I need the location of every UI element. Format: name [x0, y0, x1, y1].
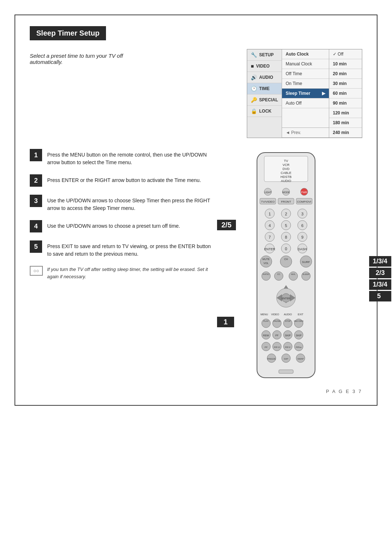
- menu-prev[interactable]: ◄ Prev.: [282, 127, 329, 138]
- note-icon: ○○: [30, 266, 43, 276]
- svg-text:DASH: DASH: [298, 247, 307, 251]
- svg-text:3: 3: [301, 212, 303, 216]
- menu-item-auto-clock[interactable]: Auto Clock: [282, 49, 329, 59]
- remote-svg: TV VCR DVD CABLE HDSTB AUDIO LIGHT MODE …: [246, 149, 326, 381]
- special-icon: 🔑: [251, 97, 257, 103]
- menu-sidebar: 🔧 SETUP ■ VIDEO 🔊 AUDIO 🕐 TIME 🔑 S: [247, 49, 282, 138]
- label-134-top: 1/3/4: [369, 256, 391, 267]
- svg-text:VCR: VCR: [282, 163, 290, 167]
- menu-item-auto-off[interactable]: Auto Off: [282, 98, 329, 108]
- svg-text:PAUSE: PAUSE: [273, 320, 281, 322]
- svg-text:ENTER: ENTER: [264, 247, 275, 251]
- sidebar-item-time[interactable]: 🕐 TIME: [247, 83, 282, 94]
- svg-text:EXIT: EXIT: [298, 313, 303, 316]
- svg-text:CC: CC: [277, 273, 281, 275]
- svg-text:8: 8: [285, 235, 287, 239]
- option-60min[interactable]: 60 min: [329, 89, 362, 98]
- svg-text:SKIP: SKIP: [285, 334, 291, 337]
- option-10min[interactable]: 10 min: [329, 59, 362, 69]
- svg-text:PP: PP: [265, 346, 268, 348]
- svg-text:4: 4: [269, 223, 271, 228]
- svg-text:PLAY: PLAY: [264, 320, 269, 322]
- step-5-text: Press EXIT to save and return to TV view…: [47, 240, 213, 258]
- sidebar-item-special[interactable]: 🔑 SPECIAL: [247, 94, 282, 106]
- svg-text:RECORD: RECORD: [294, 320, 304, 322]
- svg-text:TV/VIDEO: TV/VIDEO: [261, 200, 274, 203]
- step-4-text: Use the UP/DOWN arrows to choose a prese…: [47, 220, 180, 230]
- step-4-number: 4: [30, 220, 42, 232]
- right-badges: 1/3/4 2/3 1/3/4 5: [369, 256, 391, 301]
- step-3: 3 Use the UP/DOWN arrows to choose Sleep…: [30, 195, 213, 212]
- steps-section: 1 Press the MENU button on the remote co…: [30, 149, 362, 381]
- option-240min[interactable]: 240 min: [329, 128, 362, 138]
- option-90min[interactable]: 90 min: [329, 98, 362, 108]
- step-2-number: 2: [30, 174, 42, 187]
- svg-text:AUDIO: AUDIO: [284, 313, 292, 316]
- option-180min[interactable]: 180 min: [329, 118, 362, 128]
- svg-text:7: 7: [269, 235, 271, 239]
- svg-text:SWAP: SWAP: [297, 358, 303, 360]
- svg-text:PIPov: PIPov: [296, 346, 302, 348]
- svg-text:RATIO: RATIO: [263, 273, 269, 275]
- svg-text:CH: CH: [284, 258, 288, 260]
- menu-item-on-time[interactable]: On Time: [282, 79, 329, 89]
- menu-ui: 🔧 SETUP ■ VIDEO 🔊 AUDIO 🕐 TIME 🔑 S: [247, 49, 362, 138]
- svg-text:STOP: STOP: [285, 320, 291, 322]
- option-off[interactable]: Off: [329, 49, 362, 59]
- svg-text:HDSTB: HDSTB: [281, 175, 292, 179]
- note-text: If you turn the TV off after setting sle…: [47, 266, 213, 280]
- svg-text:2: 2: [285, 212, 287, 216]
- svg-text:6: 6: [301, 223, 303, 228]
- svg-text:FRONT: FRONT: [281, 200, 291, 203]
- svg-text:FF: FF: [275, 334, 279, 337]
- menu-item-off-time[interactable]: Off Time: [282, 69, 329, 79]
- page-title: Sleep Timer Setup: [30, 26, 106, 40]
- svg-text:SAP: SAP: [284, 358, 288, 360]
- menu-item-manual-clock[interactable]: Manual Clock: [282, 59, 329, 69]
- audio-icon: 🔊: [251, 74, 257, 80]
- step-1: 1 Press the MENU button on the remote co…: [30, 149, 213, 166]
- time-icon: 🕐: [251, 86, 257, 92]
- label-5: 5: [369, 291, 391, 301]
- step-4: 4 Use the UP/DOWN arrows to choose a pre…: [30, 220, 213, 232]
- svg-text:CABLE: CABLE: [281, 171, 291, 175]
- svg-text:FREEZE: FREEZE: [267, 358, 276, 360]
- step-3-number: 3: [30, 195, 42, 207]
- svg-text:1: 1: [269, 212, 271, 216]
- label-25: 2/5: [217, 220, 236, 230]
- svg-text:LIGHT: LIGHT: [264, 191, 272, 194]
- step-1-number: 1: [30, 149, 42, 161]
- svg-point-44: [260, 256, 272, 267]
- page-container: Sleep Timer Setup Select a preset time t…: [15, 15, 377, 406]
- step-3-text: Use the UP/DOWN arrows to choose Sleep T…: [47, 195, 213, 212]
- svg-text:AUDIO: AUDIO: [281, 179, 291, 183]
- svg-point-47: [280, 256, 292, 267]
- remote-area: 2/5 1 1/3/4 2/3 1/3/4 5 TV VCR DVD CABLE…: [224, 149, 362, 381]
- svg-text:SURF: SURF: [302, 260, 310, 264]
- svg-text:VIDEO: VIDEO: [271, 313, 279, 316]
- sidebar-item-video[interactable]: ■ VIDEO: [247, 61, 282, 72]
- sidebar-item-lock[interactable]: 🔒 LOCK: [247, 106, 282, 117]
- svg-text:MODE: MODE: [282, 191, 290, 194]
- setup-icon: 🔧: [251, 52, 257, 58]
- svg-text:DVD: DVD: [282, 167, 290, 171]
- menu-item-sleep-timer[interactable]: Sleep Timer ▶: [282, 89, 329, 98]
- steps-list: 1 Press the MENU button on the remote co…: [30, 149, 213, 381]
- option-30min[interactable]: 30 min: [329, 79, 362, 89]
- svg-text:SKIP: SKIP: [296, 334, 302, 337]
- svg-text:MUTE: MUTE: [262, 258, 270, 260]
- svg-text:MENU: MENU: [261, 313, 268, 316]
- svg-text:REW: REW: [263, 334, 269, 337]
- page-number: P A G E 3 7: [30, 389, 362, 394]
- sidebar-item-audio[interactable]: 🔊 AUDIO: [247, 72, 282, 83]
- sidebar-item-setup[interactable]: 🔧 SETUP: [247, 49, 282, 61]
- menu-options: Off 10 min 20 min 30 min 60 min 90 min 1…: [329, 49, 362, 138]
- intro-text: Select a preset time to turn your TV off…: [30, 49, 124, 131]
- svg-text:9: 9: [301, 235, 303, 239]
- option-20min[interactable]: 20 min: [329, 69, 362, 79]
- option-120min[interactable]: 120 min: [329, 108, 362, 118]
- svg-text:0: 0: [285, 247, 287, 251]
- step-2-text: Press ENTER or the RIGHT arrow button to…: [47, 174, 201, 184]
- step-5: 5 Press EXIT to save and return to TV vi…: [30, 240, 213, 258]
- svg-text:5: 5: [285, 223, 287, 228]
